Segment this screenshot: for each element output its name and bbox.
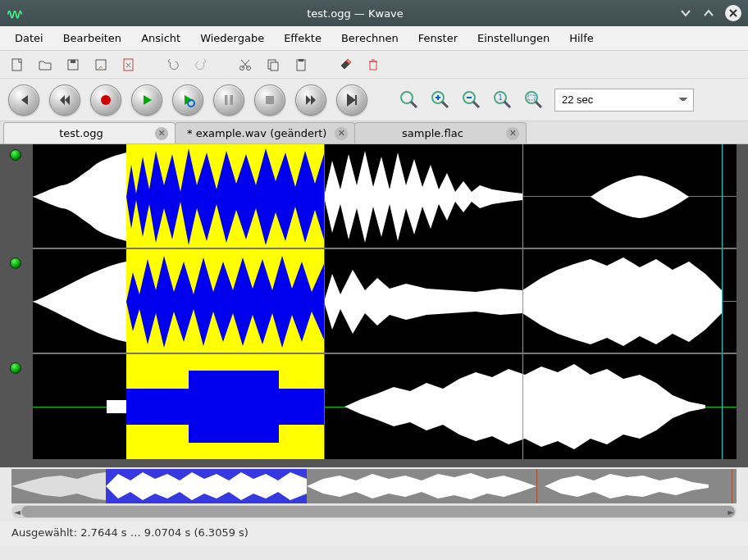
menu-window[interactable]: Fenster [408, 27, 468, 49]
svg-rect-3 [96, 60, 106, 70]
paste-button[interactable] [292, 56, 310, 74]
tab-0[interactable]: test.ogg✕ [3, 122, 176, 143]
svg-rect-16 [266, 96, 274, 104]
marker-0[interactable] [522, 354, 523, 459]
menu-playback[interactable]: Wiedergabe [190, 27, 274, 49]
new-file-button[interactable] [8, 56, 26, 74]
menu-view[interactable]: Ansicht [131, 27, 190, 49]
pause-button[interactable] [213, 84, 244, 116]
play-cursor [324, 354, 325, 459]
track-0[interactable] [33, 144, 737, 249]
cut-button[interactable] [236, 56, 254, 74]
marker-1[interactable] [722, 354, 723, 459]
save-as-button[interactable] [92, 56, 110, 74]
svg-rect-25 [126, 389, 189, 425]
track-1[interactable] [33, 249, 737, 354]
window-title: test.ogg — Kwave [31, 7, 679, 20]
track-led-1[interactable] [10, 257, 21, 269]
zoom-default-icon[interactable] [399, 89, 420, 111]
minimize-button[interactable] [679, 7, 692, 20]
track-led-2[interactable] [10, 362, 21, 374]
svg-rect-11 [370, 61, 376, 70]
save-button[interactable] [64, 56, 82, 74]
skip-end-button[interactable] [336, 84, 367, 116]
erase-button[interactable] [336, 56, 354, 74]
svg-rect-14 [225, 95, 228, 105]
zoom-select[interactable]: 22 sec [554, 89, 694, 112]
waveform-2 [33, 354, 737, 459]
menubar: Datei Bearbeiten Ansicht Wiedergabe Effe… [0, 26, 748, 51]
svg-rect-15 [230, 95, 234, 105]
track-2[interactable] [33, 354, 737, 459]
tab-close-icon[interactable]: ✕ [506, 127, 519, 140]
file-toolbar [0, 51, 748, 79]
svg-point-22 [526, 92, 537, 103]
copy-button[interactable] [264, 56, 282, 74]
record-button[interactable] [90, 84, 121, 116]
svg-rect-24 [107, 400, 126, 413]
svg-text:1: 1 [498, 94, 502, 102]
redo-button[interactable] [192, 56, 210, 74]
marker-0[interactable] [522, 249, 523, 353]
svg-rect-8 [271, 62, 278, 71]
tab-2[interactable]: sample.flac✕ [354, 122, 527, 143]
tab-close-icon[interactable]: ✕ [335, 127, 348, 140]
svg-point-17 [401, 92, 413, 103]
delete-button[interactable] [364, 56, 382, 74]
forward-button[interactable] [295, 84, 326, 116]
menu-calculate[interactable]: Berechnen [331, 27, 408, 49]
menu-file[interactable]: Datei [5, 27, 53, 49]
marker-1[interactable] [722, 144, 723, 248]
tab-close-icon[interactable]: ✕ [155, 127, 168, 140]
close-button[interactable] [725, 5, 741, 21]
overview-marker-1 [732, 469, 732, 503]
menu-edit[interactable]: Bearbeiten [53, 27, 131, 49]
horizontal-scrollbar[interactable]: ◄ ► [11, 505, 737, 518]
svg-rect-23 [528, 95, 535, 100]
marker-1[interactable] [722, 249, 723, 353]
skip-start-button[interactable] [8, 84, 39, 116]
rewind-button[interactable] [49, 84, 80, 116]
svg-rect-26 [189, 371, 279, 443]
track-led-0[interactable] [10, 149, 21, 161]
waveform-0 [33, 144, 737, 249]
maximize-button[interactable] [702, 7, 715, 20]
overview-selection [106, 469, 307, 503]
menu-effects[interactable]: Effekte [274, 27, 331, 49]
undo-button[interactable] [164, 56, 182, 74]
overview-strip[interactable] [11, 469, 737, 503]
titlebar: test.ogg — Kwave [0, 0, 748, 26]
playback-toolbar: 1 22 sec [0, 79, 748, 121]
tab-1[interactable]: * example.wav (geändert)✕ [175, 122, 355, 143]
zoom-in-icon[interactable] [430, 89, 451, 111]
status-bar: Ausgewählt: 2.7644 s … 9.0704 s (6.3059 … [0, 521, 748, 546]
overview-marker-0 [536, 469, 537, 503]
menu-settings[interactable]: Einstellungen [468, 27, 559, 49]
svg-rect-10 [299, 59, 303, 61]
scrollbar-thumb[interactable] [21, 506, 735, 517]
status-text: Ausgewählt: 2.7644 s … 9.0704 s (6.3059 … [11, 526, 249, 539]
play-button[interactable] [131, 84, 162, 116]
app-logo-icon [7, 5, 23, 21]
waveform-canvas[interactable] [0, 144, 748, 467]
play-cursor [324, 144, 325, 248]
open-file-button[interactable] [36, 56, 54, 74]
zoom-one-to-one-icon[interactable]: 1 [492, 89, 513, 111]
zoom-out-icon[interactable] [461, 89, 482, 111]
file-tabs: test.ogg✕ * example.wav (geändert)✕ samp… [0, 121, 748, 144]
svg-rect-0 [12, 59, 21, 71]
menu-help[interactable]: Hilfe [559, 27, 604, 49]
scroll-right-arrow[interactable]: ► [725, 505, 737, 518]
stop-button[interactable] [254, 84, 285, 116]
svg-point-12 [101, 95, 111, 105]
svg-rect-27 [279, 389, 324, 425]
close-file-button[interactable] [120, 56, 138, 74]
play-loop-button[interactable] [172, 84, 203, 116]
waveform-1 [33, 249, 737, 354]
zoom-all-icon[interactable] [523, 89, 545, 111]
marker-0[interactable] [522, 144, 523, 248]
svg-rect-2 [71, 60, 75, 63]
play-cursor [324, 249, 325, 353]
